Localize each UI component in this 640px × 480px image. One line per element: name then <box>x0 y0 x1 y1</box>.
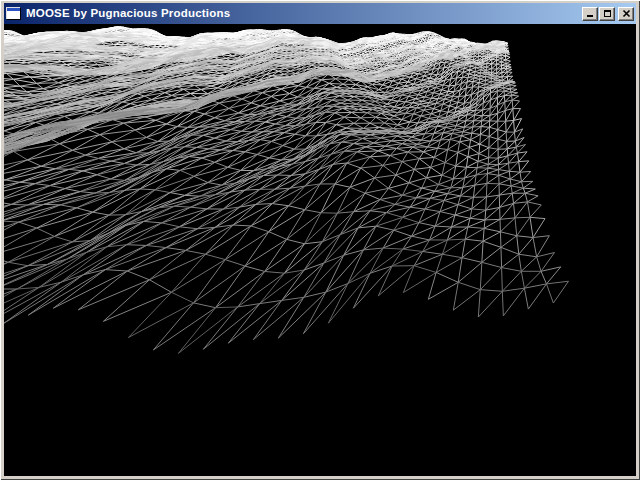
viewport <box>4 24 636 476</box>
maximize-button[interactable] <box>599 7 615 21</box>
close-icon <box>622 9 631 18</box>
window-title: MOOSE by Pugnacious Productions <box>26 3 582 24</box>
titlebar[interactable]: MOOSE by Pugnacious Productions <box>4 3 636 24</box>
window-controls <box>582 7 634 21</box>
minimize-icon <box>586 9 595 18</box>
minimize-button[interactable] <box>582 7 598 21</box>
maximize-icon <box>603 9 612 18</box>
app-window: MOOSE by Pugnacious Productions <box>0 0 640 480</box>
system-menu-icon[interactable] <box>7 8 21 20</box>
terrain-wireframe-canvas[interactable] <box>4 24 636 476</box>
app-icon-titlestripe <box>7 8 20 11</box>
close-button[interactable] <box>618 7 634 21</box>
